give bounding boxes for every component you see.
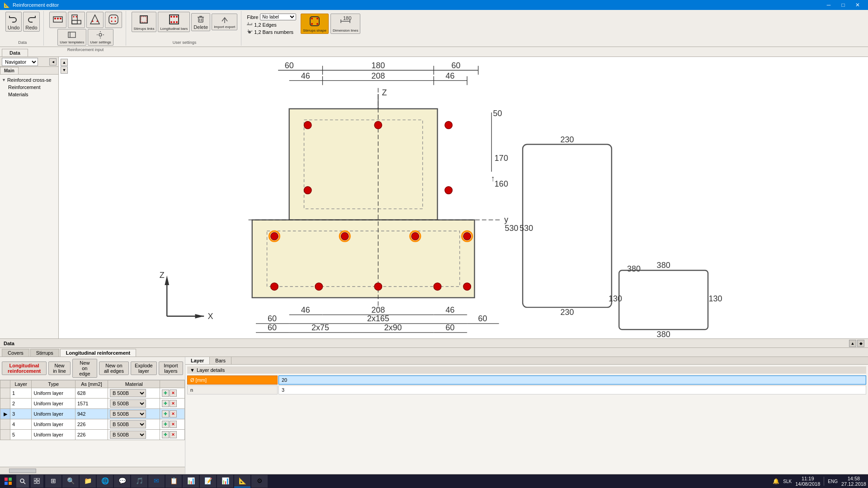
taskbar-app7-icon[interactable]: 📋 (165, 475, 182, 488)
user-settings-button[interactable]: User settings (88, 29, 113, 46)
h-scrollbar[interactable] (0, 467, 185, 474)
close-button[interactable]: ✕ (851, 1, 864, 9)
fibre-select[interactable]: No label (260, 14, 296, 20)
import-export-button[interactable]: Import export (212, 14, 237, 30)
edit-row3-btn[interactable]: ✚ (162, 410, 169, 418)
canvas-controls: ▲ ▼ (61, 59, 68, 74)
svg-point-23 (176, 16, 178, 18)
main-tab[interactable]: Main (0, 67, 19, 74)
delete-row3-btn[interactable]: ✕ (170, 410, 177, 418)
panel-collapse-button[interactable]: ▲ (849, 340, 856, 347)
taskbar-spotify-icon[interactable]: 🎵 (131, 475, 147, 488)
tab-longitudinal[interactable]: Longitudinal reinforcement (60, 349, 136, 357)
taskbar-search-icon[interactable]: 🔍 (62, 475, 79, 488)
nav-item-reinforced[interactable]: ▼ Reinforced cross-se (2, 76, 57, 84)
tab-stirrups[interactable]: Stirrups (30, 349, 59, 357)
material-select-4[interactable]: B 500B (110, 420, 146, 428)
search-button[interactable] (16, 475, 29, 488)
longitudinal-reinforcement-btn[interactable]: Longitudinal reinforcement (2, 361, 47, 375)
svg-point-2 (57, 18, 59, 19)
start-button[interactable] (2, 475, 14, 488)
svg-text:X: X (208, 312, 213, 321)
table-row[interactable]: ▶ 3 Uniform layer 942 B 500B (0, 409, 185, 419)
sidebar-collapse-button[interactable]: ◂ (49, 58, 57, 66)
stirrups-shape-button[interactable]: Stirrups shape (301, 14, 329, 34)
undo-button[interactable]: Undo (5, 12, 22, 32)
svg-text:530: 530 (505, 224, 519, 233)
svg-text:Z: Z (160, 271, 165, 280)
taskbar-reinf-icon[interactable]: 📐 (234, 475, 250, 488)
redo-button[interactable]: Redo (23, 12, 39, 32)
reinf-shape3-button[interactable] (86, 12, 104, 28)
scrollbar-thumb[interactable] (9, 469, 36, 473)
delete-row4-btn[interactable]: ✕ (170, 421, 177, 428)
col-material: Material (108, 380, 160, 388)
taskbar-chrome-icon[interactable]: 🌐 (97, 475, 113, 488)
diameter-input[interactable] (282, 377, 863, 383)
user-templates-button[interactable]: User templates (57, 29, 86, 46)
panel-pin-button[interactable]: ◆ (857, 340, 864, 347)
material-select-3[interactable]: B 500B (110, 410, 146, 418)
new-on-all-edges-btn[interactable]: New on all edges (99, 361, 129, 375)
new-in-line-btn[interactable]: New in line (48, 361, 71, 375)
minimize-button[interactable]: ─ (822, 1, 835, 9)
stirrups-links-button[interactable]: Stirrups links (132, 12, 157, 32)
taskbar-skype-icon[interactable]: 💬 (114, 475, 130, 488)
nav-item-materials[interactable]: Materials (2, 91, 57, 98)
table-row[interactable]: 1 Uniform layer 628 B 500B (0, 388, 185, 399)
reinf-shape2-button[interactable] (68, 12, 85, 28)
reinf-shape1-button[interactable] (49, 12, 66, 28)
tab-bars[interactable]: Bars (210, 357, 231, 364)
explode-layer-btn[interactable]: Explode layer (131, 361, 157, 375)
svg-text:230: 230 (560, 308, 574, 317)
scroll-down-button[interactable]: ▼ (61, 66, 68, 74)
delete-button[interactable]: Delete (191, 13, 210, 31)
table-row[interactable]: 2 Uniform layer 1571 B 500B (0, 399, 185, 409)
longitudinal-bars-button[interactable]: Longitudinal bars (158, 12, 190, 32)
scroll-up-button[interactable]: ▲ (61, 59, 68, 66)
taskbar-excel-icon[interactable]: 📊 (183, 475, 199, 488)
delete-row1-btn[interactable]: ✕ (170, 389, 177, 397)
material-select-1[interactable]: B 500B (110, 389, 146, 397)
navigator-dropdown[interactable]: Navigator (2, 58, 38, 66)
maximize-button[interactable]: □ (836, 1, 850, 9)
edit-row2-btn[interactable]: ✚ (162, 400, 169, 407)
new-on-edge-btn[interactable]: New on edge (72, 359, 97, 378)
svg-point-3 (60, 18, 61, 19)
taskbar-notification-icon[interactable]: 🔔 (773, 478, 779, 484)
table-row[interactable]: 5 Uniform layer 226 B 500B (0, 430, 185, 440)
material-select-2[interactable]: B 500B (110, 399, 146, 408)
material-select-5[interactable]: B 500B (110, 431, 146, 439)
svg-text:208: 208 (371, 305, 385, 314)
details-panel: Layer Bars ▼ Layer details Ø [mm] (185, 357, 868, 474)
taskbar-explorer-icon[interactable]: 📁 (80, 475, 96, 488)
svg-point-90 (434, 283, 441, 290)
taskbar-word-icon[interactable]: 📝 (200, 475, 216, 488)
details-section-header[interactable]: ▼ Layer details (187, 366, 866, 374)
delete-row2-btn[interactable]: ✕ (170, 400, 177, 407)
data-subtabs: Covers Stirrups Longitudinal reinforceme… (0, 348, 868, 357)
nav-tree: ▼ Reinforced cross-se Reinforcement Mate… (0, 75, 58, 100)
dimension-lines-button[interactable]: 180 Dimension lines (330, 14, 360, 34)
tab-data[interactable]: Data (2, 49, 28, 56)
svg-text:46: 46 (301, 71, 310, 80)
tab-covers[interactable]: Covers (2, 349, 29, 357)
edit-row5-btn[interactable]: ✚ (162, 431, 169, 438)
task-view-button[interactable] (31, 475, 43, 488)
taskbar-ppt-icon[interactable]: 📊 (217, 475, 233, 488)
taskbar-windows-icon[interactable]: ⊞ (45, 475, 61, 488)
data-table-area: Longitudinal reinforcement New in line N… (0, 357, 185, 474)
diameter-value[interactable] (278, 375, 866, 385)
table-row[interactable]: 4 Uniform layer 226 B 500B (0, 419, 185, 430)
details-fields: Ø [mm] n 3 (187, 375, 866, 394)
taskbar-mail-icon[interactable]: ✉ (148, 475, 165, 488)
taskbar-app13-icon[interactable]: ⚙ (251, 475, 268, 488)
edit-row4-btn[interactable]: ✚ (162, 421, 169, 428)
diameter-label: Ø [mm] (187, 375, 278, 385)
edit-row1-btn[interactable]: ✚ (162, 389, 169, 397)
delete-row5-btn[interactable]: ✕ (170, 431, 177, 438)
tab-layer[interactable]: Layer (185, 357, 210, 364)
import-layers-btn[interactable]: Import layers (159, 361, 183, 375)
nav-item-reinforcement[interactable]: Reinforcement (2, 84, 57, 91)
reinf-shape4-button[interactable] (105, 12, 122, 28)
